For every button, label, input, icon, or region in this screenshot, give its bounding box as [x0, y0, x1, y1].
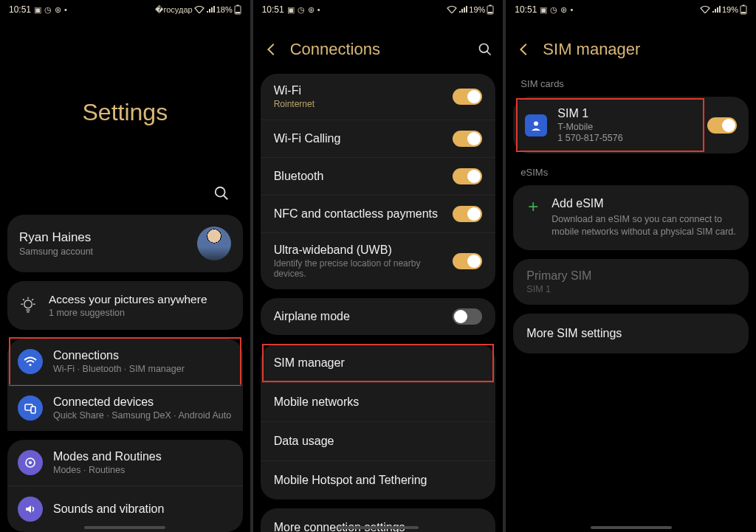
sim-card-item[interactable]: SIM 1 T-Mobile 1 570-817-5576	[513, 97, 749, 153]
row-airplane[interactable]: Airplane mode	[261, 298, 496, 335]
signal-icon	[712, 6, 721, 13]
toggle[interactable]	[453, 206, 482, 222]
svg-line-22	[487, 52, 491, 55]
status-time: 10:51	[515, 4, 537, 15]
primary-sub: SIM 1	[526, 284, 735, 294]
primary-sim-item: Primary SIM SIM 1	[513, 259, 749, 305]
svg-rect-25	[741, 12, 746, 13]
signal-icon	[458, 6, 467, 13]
settings-item-connections[interactable]: Connections Wi-Fi · Bluetooth · SIM mana…	[7, 339, 243, 384]
row-title: More SIM settings	[513, 314, 749, 353]
svg-rect-1	[236, 5, 238, 7]
toggle[interactable]	[453, 89, 482, 105]
sim-name: SIM 1	[557, 107, 622, 120]
svg-rect-19	[489, 5, 492, 7]
svg-point-3	[215, 187, 224, 197]
toggle[interactable]	[453, 308, 482, 325]
settings-item-connected-devices[interactable]: Connected devices Quick Share · Samsung …	[7, 384, 243, 431]
more-sim-settings[interactable]: More SIM settings	[513, 314, 749, 353]
lightbulb-icon	[18, 295, 38, 316]
toggle[interactable]	[453, 131, 482, 147]
row-bluetooth[interactable]: Bluetooth	[261, 157, 496, 195]
row-title: SIM manager	[274, 356, 345, 370]
item-title: Connected devices	[53, 395, 231, 409]
plus-icon: +	[525, 198, 541, 215]
status-bar: 10:51 ▣ ◷ ⊛ • 19%	[506, 0, 756, 18]
dot-icon: •	[317, 5, 320, 14]
battery-icon	[740, 4, 747, 15]
image-icon: ▣	[540, 5, 547, 15]
battery-text: 18%	[216, 5, 233, 14]
page-title: Settings	[0, 99, 250, 126]
status-time: 10:51	[262, 4, 284, 15]
phone-settings: 10:51 ▣ ◷ ⊛ • �государ 18% Settings	[0, 0, 250, 532]
add-esim-item[interactable]: + Add eSIM Download an eSIM so you can c…	[513, 185, 749, 250]
sound-icon	[18, 497, 43, 522]
image-icon: ▣	[287, 5, 295, 15]
row-title: Data usage	[274, 435, 334, 448]
devices-icon	[18, 395, 43, 421]
dot-icon: •	[64, 5, 67, 14]
status-bar: 10:51 ▣ ◷ ⊛ • �государ 18%	[0, 0, 250, 18]
nav-handle[interactable]	[337, 526, 419, 529]
row-title: NFC and contactless payments	[274, 207, 438, 221]
tip-title: Access your pictures anywhere	[49, 293, 207, 306]
clock-icon: ◷	[44, 5, 52, 15]
battery-icon	[487, 4, 494, 15]
image-icon: ▣	[34, 5, 41, 15]
signal-icon	[206, 6, 215, 13]
globe-icon: ⊛	[560, 5, 567, 15]
clock-icon: ◷	[298, 5, 305, 15]
row-sim-manager[interactable]: SIM manager	[261, 344, 496, 382]
row-sub: Rointernet	[274, 99, 315, 109]
row-data-usage[interactable]: Data usage	[261, 421, 496, 460]
status-time: 10:51	[9, 4, 31, 15]
item-sub: Wi-Fi · Bluetooth · SIM manager	[53, 364, 185, 374]
settings-item-sounds[interactable]: Sounds and vibration	[7, 486, 243, 532]
search-icon[interactable]	[478, 42, 492, 57]
row-mobile-networks[interactable]: Mobile networks	[261, 382, 496, 421]
phone-sim-manager: 10:51 ▣ ◷ ⊛ • 19% SIM manager SIM cards	[506, 0, 756, 532]
wifi-icon	[18, 349, 43, 374]
account-card[interactable]: Ryan Haines Samsung account	[7, 215, 243, 272]
svg-point-26	[534, 121, 538, 125]
svg-point-5	[24, 300, 32, 308]
svg-point-21	[480, 44, 489, 53]
row-uwb[interactable]: Ultra-wideband (UWB) Identify the precis…	[261, 232, 496, 289]
tip-sub: 1 more suggestion	[49, 308, 207, 318]
svg-line-11	[23, 299, 24, 300]
phone-connections: 10:51 ▣ ◷ ⊛ • 19% Connections Wi-	[253, 0, 504, 532]
page-title: SIM manager	[543, 40, 746, 59]
back-icon[interactable]	[264, 41, 280, 58]
status-bar: 10:51 ▣ ◷ ⊛ • 19%	[253, 0, 504, 18]
item-title: Modes and Routines	[53, 450, 162, 463]
tip-card[interactable]: Access your pictures anywhere 1 more sug…	[7, 281, 243, 330]
globe-icon: ⊛	[55, 5, 61, 15]
back-icon[interactable]	[516, 41, 532, 58]
row-wifi-calling[interactable]: Wi-Fi Calling	[261, 120, 496, 157]
settings-item-modes[interactable]: Modes and Routines Modes · Routines	[7, 440, 243, 486]
sim-number: 1 570-817-5576	[557, 133, 622, 143]
row-hotspot[interactable]: Mobile Hotspot and Tethering	[261, 460, 496, 500]
toggle[interactable]	[453, 253, 482, 269]
item-title: Sounds and vibration	[53, 502, 164, 516]
row-nfc[interactable]: NFC and contactless payments	[261, 195, 496, 232]
section-esims: eSIMs	[506, 162, 756, 185]
row-title: Mobile Hotspot and Tethering	[274, 474, 427, 487]
section-sim-cards: SIM cards	[506, 74, 756, 97]
row-title: Bluetooth	[274, 170, 324, 183]
toggle[interactable]	[453, 168, 482, 184]
item-sub: Modes · Routines	[53, 465, 162, 475]
wifi-icon: �государ	[155, 5, 192, 15]
avatar[interactable]	[197, 227, 231, 260]
nav-handle[interactable]	[84, 526, 165, 529]
svg-rect-2	[236, 12, 240, 13]
sim-contact-icon	[525, 114, 547, 137]
toggle[interactable]	[707, 117, 737, 134]
nav-handle[interactable]	[591, 526, 672, 529]
row-wifi[interactable]: Wi-Fi Rointernet	[261, 74, 496, 120]
row-title: Wi-Fi Calling	[274, 132, 341, 145]
search-icon[interactable]	[213, 185, 230, 201]
item-sub: Quick Share · Samsung DeX · Android Auto	[53, 410, 231, 421]
row-title: Airplane mode	[274, 310, 350, 323]
